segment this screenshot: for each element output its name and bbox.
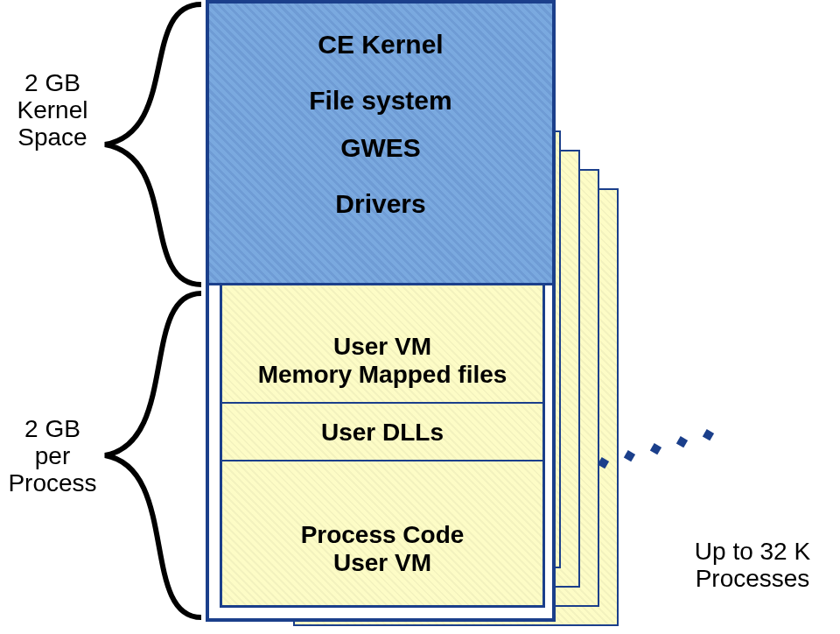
process-count-caption: Up to 32 K Processes — [687, 539, 818, 593]
kernel-space-line2: Kernel — [4, 97, 101, 124]
user-dlls-label: User DLLs — [222, 419, 542, 447]
process-count-line1: Up to 32 K — [687, 539, 818, 566]
per-process-label: 2 GB per Process — [0, 416, 109, 497]
kernel-box: CE Kernel File system GWES Drivers — [209, 4, 552, 285]
filesystem-label: File system — [309, 86, 452, 116]
per-process-line1: 2 GB — [0, 416, 109, 443]
kernel-space-line3: Space — [4, 124, 101, 151]
kernel-title: CE Kernel — [318, 30, 443, 60]
drivers-label: Drivers — [335, 189, 425, 219]
process-divider-1 — [222, 402, 542, 404]
process-divider-2 — [222, 460, 542, 461]
process-count-line2: Processes — [687, 566, 818, 593]
kernel-space-label: 2 GB Kernel Space — [4, 70, 101, 151]
gwes-label: GWES — [340, 133, 421, 163]
diagram-root: 2 GB Kernel Space 2 GB per Process User … — [0, 0, 840, 634]
process-code-label: Process Code User VM — [222, 521, 542, 577]
user-vm-label: User VM Memory Mapped files — [222, 333, 542, 389]
address-space-column: User VM Memory Mapped files User DLLs Pr… — [206, 0, 556, 622]
kernel-space-line1: 2 GB — [4, 70, 101, 97]
per-process-line2: per — [0, 443, 109, 470]
kernel-brace — [92, 0, 206, 289]
per-process-line3: Process — [0, 470, 109, 497]
